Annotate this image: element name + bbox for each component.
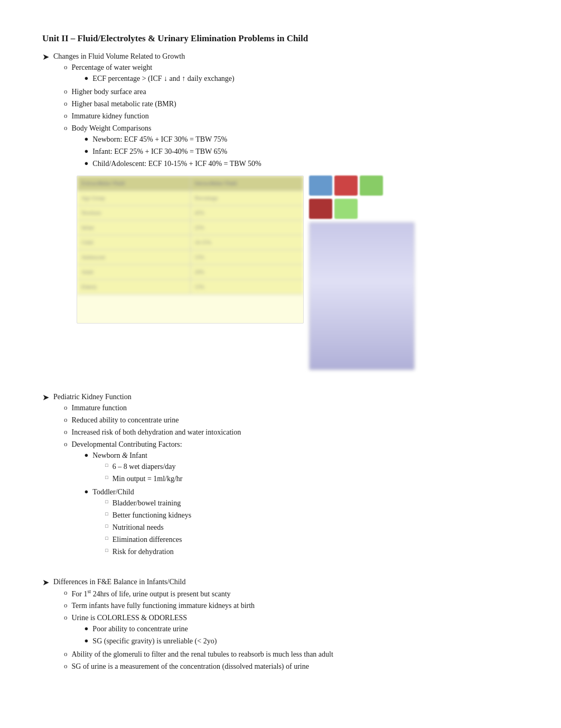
section2-list: o Immature function o Reduced ability to…	[64, 402, 519, 559]
square-marker: □	[105, 510, 108, 519]
list-item: o Urine is COLORLESS & ODORLESS ● Poor a…	[64, 612, 519, 648]
item-text: Elimination differences	[113, 534, 182, 545]
list-item: □ Better functioning kidneys	[105, 510, 191, 521]
blurred-table: Extracellular Fluid Intracellular Fluid …	[77, 176, 303, 323]
level2-marker: o	[64, 439, 68, 450]
list-item: o SG of urine is a measurement of the co…	[64, 661, 519, 672]
level2-marker: o	[64, 612, 68, 623]
bullet-marker: ●	[85, 73, 89, 84]
item-text: Term infants have fully functioning imma…	[72, 600, 255, 611]
level3-list: ● Poor ability to concentrate urine ● SG…	[85, 623, 217, 647]
list-item: □ Min output = 1ml/kg/hr	[105, 473, 182, 484]
list-item: o Immature function	[64, 402, 519, 413]
section1-heading: Changes in Fluid Volume Related to Growt…	[53, 52, 185, 60]
list-item: o Body Weight Comparisons ● Newborn: ECF…	[64, 123, 519, 170]
item-text: Newborn & Infant	[92, 451, 147, 459]
item-text: Toddler/Child	[92, 488, 134, 496]
level2-marker: o	[64, 649, 68, 660]
body-weight-table: Extracellular Fluid Intracellular Fluid …	[77, 176, 304, 324]
list-item: □ Risk for dehydration	[105, 546, 191, 557]
table-row: Child 10-15%	[77, 235, 303, 250]
item-text: Better functioning kidneys	[113, 510, 191, 521]
color-blocks	[309, 176, 415, 196]
section3-marker: ➤	[42, 576, 49, 589]
item-text: Ability of the glomeruli to filter and t…	[72, 649, 333, 660]
item-text: Increased risk of both dehydration and w…	[72, 427, 241, 438]
section-3: ➤ Differences in F&E Balance in Infants/…	[42, 576, 519, 674]
section2-header: ➤ Pediatric Kidney Function o Immature f…	[42, 391, 519, 560]
bullet-marker: ●	[85, 158, 89, 169]
list-item: o Term infants have fully functioning im…	[64, 600, 519, 611]
bullet-marker: ●	[85, 486, 89, 497]
table-cell: 15%	[191, 250, 304, 264]
square-marker: □	[105, 546, 108, 555]
item-text: SG (specific gravity) is unreliable (< 2…	[92, 635, 217, 647]
table-row: Newborn 45%	[77, 206, 303, 220]
item-text: Body Weight Comparisons	[72, 124, 152, 132]
bullet-marker: ●	[85, 623, 89, 634]
table-row: Adult 20%	[77, 265, 303, 280]
item-content: Newborn & Infant □ 6 – 8 wet diapers/day…	[92, 450, 182, 485]
item-text: Developmental Contributing Factors:	[72, 440, 182, 448]
level2-marker: o	[64, 98, 68, 109]
list-item: ● Poor ability to concentrate urine	[85, 623, 217, 634]
item-text: Poor ability to concentrate urine	[92, 623, 188, 634]
table-row: Elderly 15%	[77, 280, 303, 294]
item-text: Higher body surface area	[72, 86, 146, 97]
item-text: Newborn: ECF 45% + ICF 30% = TBW 75%	[92, 134, 227, 145]
section2-heading: Pediatric Kidney Function	[53, 393, 132, 401]
section3-content: Differences in F&E Balance in Infants/Ch…	[53, 576, 519, 674]
item-text: ECF percentage > (ICF ↓ and ↑ daily exch…	[92, 73, 234, 84]
level2-marker: o	[64, 86, 68, 97]
list-item: □ Nutritional needs	[105, 522, 191, 533]
list-item: □ Elimination differences	[105, 534, 191, 545]
square-marker: □	[105, 522, 108, 531]
section1-list: o Percentage of water weight ● ECF perce…	[64, 62, 519, 170]
level2-marker: o	[64, 661, 68, 672]
item-text: Urine is COLORLESS & ODORLESS	[72, 614, 188, 622]
page-title: Unit II – Fluid/Electrolytes & Urinary E…	[42, 32, 519, 45]
section1-header: ➤ Changes in Fluid Volume Related to Gro…	[42, 51, 519, 375]
list-item: o For 1st 24hrs of life, urine output is…	[64, 587, 519, 600]
level2-marker: o	[64, 123, 68, 134]
level3-list: ● ECF percentage > (ICF ↓ and ↑ daily ex…	[85, 73, 235, 84]
level3-list: ● Newborn & Infant □ 6 – 8 wet diapers/d…	[85, 450, 192, 558]
level2-marker: o	[64, 600, 68, 611]
list-item: ● Infant: ECF 25% + ICF 30-40% = TBW 65%	[85, 146, 261, 157]
item-text: Infant: ECF 25% + ICF 30-40% = TBW 65%	[92, 146, 227, 157]
item-text: Immature function	[72, 402, 127, 413]
list-item: o Percentage of water weight ● ECF perce…	[64, 62, 519, 85]
level2-marker: o	[64, 62, 68, 73]
red-block	[334, 176, 358, 196]
square-marker: □	[105, 473, 108, 482]
square-marker: □	[105, 497, 108, 506]
level2-marker: o	[64, 427, 68, 438]
table-cell: Adult	[77, 265, 191, 279]
item-text: Percentage of water weight	[72, 63, 153, 71]
table-cell: Extracellular Fluid	[77, 176, 191, 190]
second-table	[309, 222, 415, 370]
table-cell: 25%	[191, 220, 304, 235]
table-cell: 15%	[191, 280, 304, 294]
table-cell: Adolescent	[77, 250, 191, 264]
list-item: ● Newborn & Infant □ 6 – 8 wet diapers/d…	[85, 450, 192, 485]
table-cell: 45%	[191, 206, 304, 220]
section3-heading: Differences in F&E Balance in Infants/Ch…	[53, 578, 186, 586]
list-item: ● ECF percentage > (ICF ↓ and ↑ daily ex…	[85, 73, 235, 84]
table-cell: Elderly	[77, 280, 191, 294]
item-text: Risk for dehydration	[113, 546, 174, 557]
list-item: □ Bladder/bowel training	[105, 497, 191, 509]
lightgreen-block	[334, 199, 358, 219]
level3-list: ● Newborn: ECF 45% + ICF 30% = TBW 75% ●…	[85, 134, 261, 169]
table-cell: Newborn	[77, 206, 191, 220]
table-cell: 20%	[191, 265, 304, 279]
section1-marker: ➤	[42, 51, 49, 63]
item-text: SG of urine is a measurement of the conc…	[72, 661, 309, 672]
green-block	[360, 176, 383, 196]
image-area: Extracellular Fluid Intracellular Fluid …	[77, 176, 519, 370]
section3-list: o For 1st 24hrs of life, urine output is…	[64, 587, 519, 672]
table-inner: Extracellular Fluid Intracellular Fluid …	[77, 176, 303, 294]
level2-marker: o	[64, 110, 68, 122]
item-text: Min output = 1ml/kg/hr	[113, 473, 183, 484]
level4-list: □ Bladder/bowel training □ Better functi…	[105, 497, 191, 557]
